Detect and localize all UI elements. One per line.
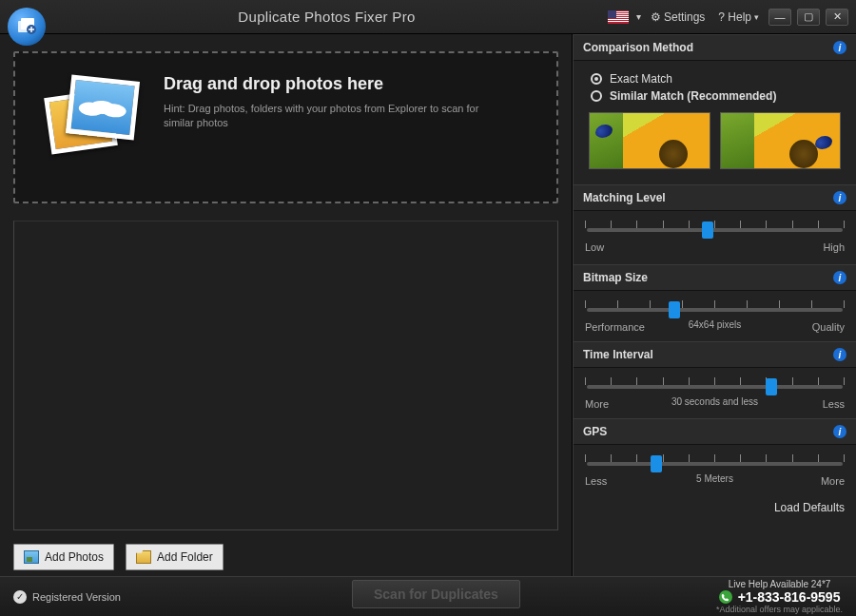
comparison-preview [589,112,841,169]
gear-icon: ⚙ [651,10,661,24]
scan-duplicates-button[interactable]: Scan for Duplicates [352,580,520,608]
info-icon[interactable]: i [833,425,846,438]
folder-icon [136,550,151,564]
settings-link[interactable]: ⚙Settings [647,9,709,26]
help-link[interactable]: ? Help▾ [714,9,763,26]
slider-low-label: Low [585,241,604,253]
load-defaults-link[interactable]: Load Defaults [574,495,856,520]
matching-level-slider[interactable] [585,219,845,234]
time-interval-header: Time Interval i [574,341,856,368]
slider-high-label: High [823,241,845,253]
gps-header: GPS i [574,418,856,445]
slider-high-label: Less [823,398,845,410]
app-logo [8,8,46,46]
photo-icon [24,550,39,564]
gps-value: 5 Meters [585,473,845,484]
time-interval-value: 30 seconds and less [585,396,845,407]
live-help-phone: +1-833-816-9595 [738,589,841,605]
close-button[interactable]: ✕ [826,9,848,26]
language-dropdown-icon[interactable]: ▾ [636,11,641,22]
slider-thumb[interactable] [669,301,680,318]
main-area: Drag and drop photos here Hint: Drag pho… [0,34,856,576]
slider-low-label: Performance [585,321,645,333]
drop-zone[interactable]: Drag and drop photos here Hint: Drag pho… [13,51,558,203]
gps-slider[interactable] [585,452,845,468]
drop-zone-illustration [42,74,146,179]
registered-version-link[interactable]: ✓ Registered Version [13,590,121,604]
live-help-disclaimer: *Additional offers may applicable. [716,605,843,614]
language-flag-icon[interactable] [608,10,629,24]
slider-high-label: Quality [812,321,845,333]
comparison-method-header: Comparison Method i [574,34,856,61]
drop-zone-heading: Drag and drop photos here [164,74,487,94]
add-photos-button[interactable]: Add Photos [13,544,114,570]
titlebar: Duplicate Photos Fixer Pro ▾ ⚙Settings ?… [0,0,856,34]
add-folder-button[interactable]: Add Folder [126,544,224,570]
settings-panel: Comparison Method i Exact Match Similar … [573,34,856,576]
maximize-button[interactable]: ▢ [797,9,820,26]
info-icon[interactable]: i [833,191,846,204]
radio-similar-match[interactable]: Similar Match (Recommended) [591,89,839,103]
left-pane: Drag and drop photos here Hint: Drag pho… [0,34,573,576]
radio-icon [591,73,602,85]
live-help-block[interactable]: Live Help Available 24*7 +1-833-816-9595… [716,579,843,615]
info-icon[interactable]: i [833,348,846,361]
slider-high-label: More [821,475,845,487]
slider-thumb[interactable] [702,221,713,239]
minimize-button[interactable]: — [768,9,791,26]
slider-thumb[interactable] [651,455,662,472]
slider-low-label: Less [585,475,607,487]
check-icon: ✓ [13,590,27,604]
chevron-down-icon: ▾ [754,12,759,22]
time-interval-slider[interactable] [585,375,845,391]
comparison-thumb-left [589,112,710,169]
radio-icon [591,90,602,102]
bitmap-size-header: Bitmap Size i [574,264,856,291]
slider-low-label: More [585,398,609,410]
comparison-thumb-right [720,112,842,169]
radio-exact-match[interactable]: Exact Match [591,72,839,86]
file-list-well [13,221,558,530]
bitmap-size-slider[interactable] [585,298,845,314]
matching-level-header: Matching Level i [574,184,856,211]
phone-icon [719,590,732,604]
slider-thumb[interactable] [766,378,777,395]
drop-zone-hint: Hint: Drag photos, folders with your pho… [164,102,487,131]
info-icon[interactable]: i [833,41,846,54]
app-title: Duplicate Photos Fixer Pro [46,9,608,25]
live-help-availability: Live Help Available 24*7 [716,579,843,590]
info-icon[interactable]: i [833,271,846,284]
footer: ✓ Registered Version Scan for Duplicates… [0,576,856,616]
